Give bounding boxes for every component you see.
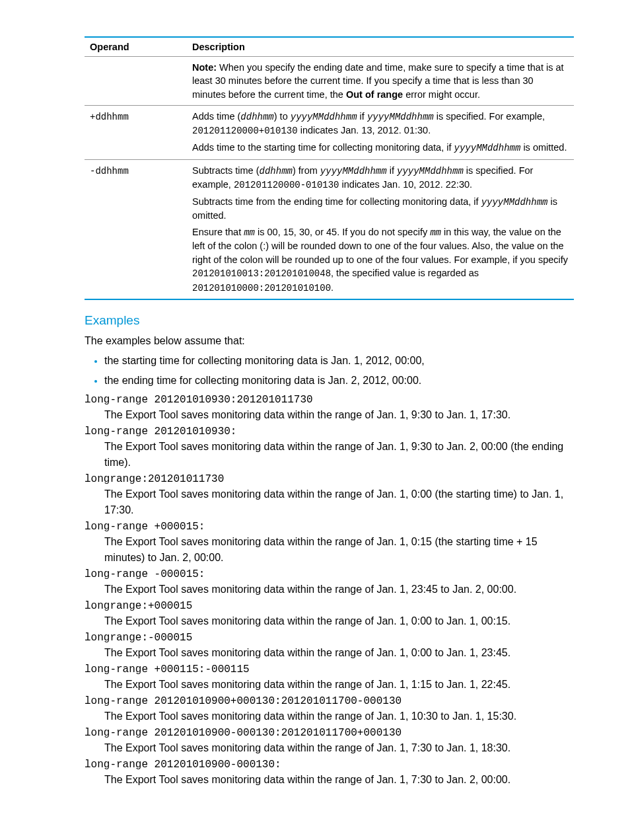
example-command: longrange:+000015	[85, 600, 574, 612]
text-segment: 201201120000-010130	[234, 180, 339, 190]
description-paragraph: Ensure that mm is 00, 15, 30, or 45. If …	[192, 225, 569, 295]
text-segment: 201201010013:201201010048	[192, 268, 331, 279]
example-description: The Export Tool saves monitoring data wi…	[104, 645, 574, 661]
example-description: The Export Tool saves monitoring data wi…	[104, 613, 574, 629]
text-segment: if	[357, 111, 367, 122]
text-segment: is omitted.	[520, 142, 567, 153]
description-paragraph: Note: When you specify the ending date a…	[192, 61, 569, 101]
example-description: The Export Tool saves monitoring data wi…	[104, 772, 574, 788]
example-description: The Export Tool saves monitoring data wi…	[104, 708, 574, 724]
text-segment: ddhhmm	[260, 166, 293, 176]
text-segment: error might occur.	[403, 89, 480, 100]
text-segment: yyyyMMddhhmm	[367, 112, 434, 122]
operand-table: Operand Description Note: When you speci…	[85, 36, 574, 300]
text-segment: Note:	[192, 62, 217, 73]
text-segment: mm	[244, 227, 255, 238]
example-description: The Export Tool saves monitoring data wi…	[104, 677, 574, 693]
text-segment: is specified. For example,	[434, 111, 545, 122]
text-segment: yyyyMMddhhmm	[397, 166, 464, 176]
example-command: long-range +000015:	[85, 521, 574, 533]
list-item: the ending time for collecting monitorin…	[104, 373, 574, 389]
text-segment: indicates Jan. 13, 2012. 01:30.	[298, 125, 431, 135]
example-description: The Export Tool saves monitoring data wi…	[104, 439, 574, 471]
example-description: The Export Tool saves monitoring data wi…	[104, 582, 574, 597]
text-segment: ) to	[274, 111, 291, 122]
th-description: Description	[187, 37, 574, 57]
table-row: +ddhhmmAdds time (ddhhmm) to yyyyMMddhhm…	[85, 105, 574, 159]
text-segment: , the specified value is regarded as	[331, 268, 479, 278]
operand-cell: -ddhhmm	[85, 159, 187, 299]
text-segment: Subtracts time (	[192, 165, 260, 176]
th-operand: Operand	[85, 37, 187, 57]
example-description: The Export Tool saves monitoring data wi…	[104, 407, 574, 423]
example-description: The Export Tool saves monitoring data wi…	[104, 534, 574, 566]
text-segment: yyyyMMddhhmm	[320, 166, 387, 176]
description-cell: Adds time (ddhhmm) to yyyyMMddhhmm if yy…	[187, 105, 574, 159]
description-paragraph: Subtracts time from the ending time for …	[192, 195, 569, 223]
text-segment: yyyyMMddhhmm	[291, 112, 357, 122]
text-segment: mm	[430, 227, 441, 238]
operand-cell	[85, 57, 187, 106]
operand-value: +ddhhmm	[90, 112, 129, 122]
text-segment: ddhhmm	[240, 112, 273, 122]
operand-cell: +ddhhmm	[85, 105, 187, 159]
description-paragraph: Adds time (ddhhmm) to yyyyMMddhhmm if yy…	[192, 110, 569, 138]
description-cell: Subtracts time (ddhhmm) from yyyyMMddhhm…	[187, 159, 574, 299]
text-segment: Adds time to the starting time for colle…	[192, 142, 454, 153]
text-segment: Subtracts time from the ending time for …	[192, 196, 481, 207]
description-cell: Note: When you specify the ending date a…	[187, 57, 574, 106]
text-segment: .	[331, 282, 333, 293]
example-command: long-range 201201010900+000130:201201011…	[85, 695, 574, 707]
example-command: longrange:-000015	[85, 632, 574, 644]
examples-heading: Examples	[85, 313, 574, 328]
operand-value: -ddhhmm	[90, 166, 129, 176]
example-command: long-range 201201010900-000130:	[85, 759, 574, 771]
example-command: longrange:201201011730	[85, 473, 574, 485]
table-row: -ddhhmmSubtracts time (ddhhmm) from yyyy…	[85, 159, 574, 299]
example-description: The Export Tool saves monitoring data wi…	[104, 486, 574, 518]
text-segment: yyyyMMddhhmm	[454, 143, 521, 153]
table-row: Note: When you specify the ending date a…	[85, 57, 574, 106]
text-segment: Out of range	[346, 89, 403, 100]
example-description: The Export Tool saves monitoring data wi…	[104, 740, 574, 756]
list-item: the starting time for collecting monitor…	[104, 353, 574, 369]
text-segment: Adds time (	[192, 111, 240, 122]
text-segment: Ensure that	[192, 227, 244, 237]
text-segment: ) from	[293, 165, 320, 176]
text-segment: 201201120000+010130	[192, 126, 298, 136]
text-segment: 201201010000:201201010100	[192, 283, 331, 293]
examples-list: long-range 201201010930:201201011730The …	[85, 394, 574, 788]
description-paragraph: Subtracts time (ddhhmm) from yyyyMMddhhm…	[192, 164, 569, 192]
examples-bullets: the starting time for collecting monitor…	[85, 353, 574, 389]
text-segment: if	[387, 165, 397, 176]
example-command: long-range 201201010900-000130:201201011…	[85, 727, 574, 739]
examples-intro: The examples below assume that:	[85, 333, 574, 349]
example-command: long-range 201201010930:201201011730	[85, 394, 574, 406]
text-segment: yyyyMMddhhmm	[481, 197, 548, 208]
text-segment: is 00, 15, 30, or 45. If you do not spec…	[255, 227, 430, 237]
example-command: long-range +000115:-000115	[85, 664, 574, 675]
text-segment: indicates Jan. 10, 2012. 22:30.	[339, 179, 473, 190]
example-command: long-range 201201010930:	[85, 426, 574, 438]
description-paragraph: Adds time to the starting time for colle…	[192, 141, 569, 155]
example-command: long-range -000015:	[85, 568, 574, 580]
